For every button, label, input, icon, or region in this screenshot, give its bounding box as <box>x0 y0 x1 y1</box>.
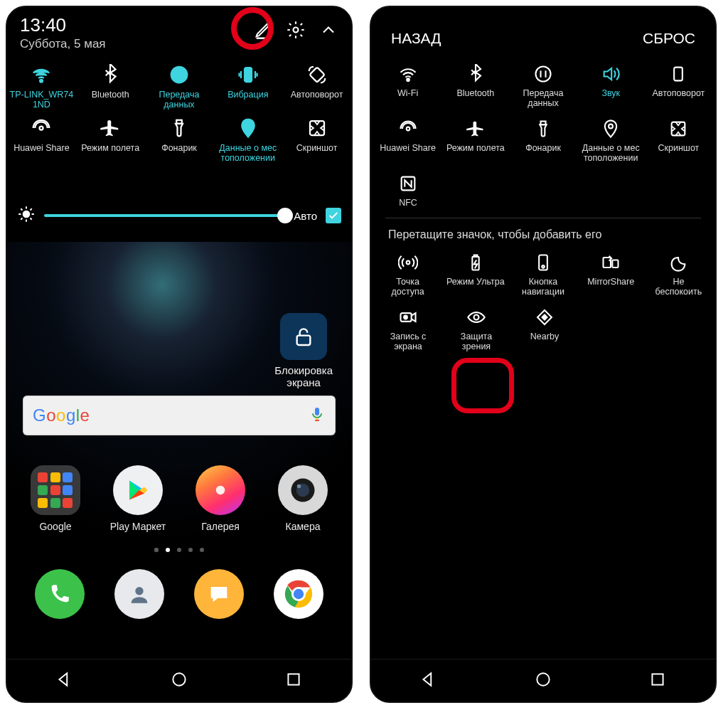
qs-tile-torch[interactable]: Фонарик <box>509 115 577 164</box>
brightness-slider[interactable] <box>44 214 285 217</box>
page-indicator <box>7 548 351 552</box>
qs-tile-label: Huawei Share <box>374 143 441 153</box>
qs-tile-label: Автоповорот <box>284 90 350 100</box>
lock-screen-widget[interactable]: Блокировка экрана <box>274 313 333 388</box>
svg-point-31 <box>135 587 143 595</box>
lock-label: Блокировка экрана <box>274 364 333 388</box>
qs-tile-record[interactable]: Запись с экрана <box>374 303 442 352</box>
dock-messages[interactable] <box>194 569 244 619</box>
nav-home[interactable] <box>170 670 188 692</box>
torch-icon <box>509 115 577 143</box>
nav-bar <box>371 659 715 701</box>
collapse-icon[interactable] <box>318 20 338 43</box>
qs-tile-label: Передача данных <box>509 88 577 109</box>
app-play-market[interactable]: Play Маркет <box>102 465 173 532</box>
qs-tile-data[interactable]: Передача данных <box>146 61 212 110</box>
dock <box>7 569 351 619</box>
qs-tile-location[interactable]: Данные о мес тоположении <box>577 115 645 164</box>
reset-button[interactable]: СБРОС <box>643 30 695 47</box>
qs-tile-label: Данные о мес тоположении <box>577 143 645 164</box>
qs-tile-hshare[interactable]: Huawei Share <box>374 115 441 164</box>
nav-recent[interactable] <box>284 670 303 692</box>
qs-tile-label: Huawei Share <box>9 143 74 153</box>
screenshot-icon <box>645 115 712 143</box>
hshare-icon <box>374 115 441 143</box>
qs-tile-nearby[interactable]: Nearby <box>510 303 579 352</box>
qs-tile-vibrate[interactable]: Вибрация <box>215 61 281 110</box>
wifi-icon <box>374 60 441 88</box>
sound-icon <box>577 60 645 88</box>
settings-icon[interactable] <box>286 20 306 43</box>
mic-icon[interactable] <box>309 406 326 425</box>
navbtn-icon <box>509 248 577 277</box>
qs-tile-bluetooth[interactable]: Bluetooth <box>77 61 143 110</box>
auto-checkbox[interactable] <box>326 208 341 223</box>
rotate-icon <box>284 61 350 88</box>
app-gallery[interactable]: Галерея <box>185 465 256 532</box>
qs-tile-label: Bluetooth <box>77 90 143 100</box>
hshare-icon <box>9 115 74 142</box>
qs-tile-label: Автоповорот <box>645 88 712 98</box>
qs-tile-hshare[interactable]: Huawei Share <box>9 115 74 164</box>
active-tiles-grid: Wi-FiBluetoothПередача данныхЗвукАвтопов… <box>371 60 715 208</box>
qs-tile-label: Передача данных <box>146 90 212 110</box>
app-google-folder[interactable]: Google <box>20 465 91 532</box>
nfc-icon <box>374 169 442 198</box>
dock-phone[interactable] <box>35 569 85 619</box>
qs-tile-navbtn[interactable]: Кнопка навигации <box>509 248 577 297</box>
lock-icon <box>280 313 327 360</box>
google-search-bar[interactable]: Google <box>23 396 336 435</box>
status-header: 13:40 Суббота, 5 мая <box>7 7 351 55</box>
qs-tile-bluetooth[interactable]: Bluetooth <box>441 60 509 109</box>
qs-tile-dnd[interactable]: Не беспокоить <box>645 248 712 297</box>
qs-tile-label: Звук <box>577 88 645 98</box>
qs-tile-nfc[interactable]: NFC <box>374 169 442 208</box>
nav-recent[interactable] <box>648 670 667 692</box>
battery-icon <box>441 248 509 277</box>
qs-tile-screenshot[interactable]: Скриншот <box>284 115 350 164</box>
available-tiles-grid: Точка доступаРежим УльтраКнопка навигаци… <box>371 248 715 352</box>
qs-tile-screenshot[interactable]: Скриншот <box>645 115 712 164</box>
back-button[interactable]: НАЗАД <box>391 30 441 47</box>
rotate2-icon <box>645 60 712 88</box>
qs-tile-plane[interactable]: Режим полета <box>77 115 143 164</box>
qs-tile-data[interactable]: Передача данных <box>509 60 577 109</box>
auto-label: Авто <box>294 210 317 222</box>
qs-tile-label: Фонарик <box>146 143 212 153</box>
app-camera[interactable]: Камера <box>267 465 338 532</box>
qs-tile-label: Точка доступа <box>374 277 441 297</box>
date: Суббота, 5 мая <box>20 37 106 51</box>
qs-tile-plane[interactable]: Режим полета <box>441 115 509 164</box>
qs-tile-rotate[interactable]: Автоповорот <box>284 61 350 110</box>
dock-contacts[interactable] <box>114 569 164 619</box>
qs-tile-label: MirrorShare <box>577 277 645 287</box>
brightness-thumb[interactable] <box>277 208 293 223</box>
brightness-row: Авто <box>7 205 351 238</box>
qs-tile-label: Защита зрения <box>442 332 510 352</box>
qs-tile-rotate2[interactable]: Автоповорот <box>645 60 712 109</box>
nav-back[interactable] <box>419 670 438 692</box>
qs-tile-label: Режим полета <box>441 143 509 153</box>
hotspot-icon <box>374 248 441 277</box>
qs-tile-label: Скриншот <box>284 143 350 153</box>
qs-tile-wifi[interactable]: Wi-Fi <box>374 60 441 109</box>
qs-tile-label: Wi-Fi <box>374 88 441 98</box>
qs-tile-location[interactable]: Данные о мес тоположении <box>215 115 281 164</box>
qs-tile-label: Bluetooth <box>441 88 509 98</box>
qs-tile-torch[interactable]: Фонарик <box>146 115 212 164</box>
divider <box>385 218 701 218</box>
qs-tile-mirror[interactable]: MirrorShare <box>577 248 645 297</box>
qs-tile-wifi[interactable]: TP-LINK_WR74 1ND <box>9 61 74 110</box>
qs-tile-eye[interactable]: Защита зрения <box>442 303 510 352</box>
nav-back[interactable] <box>55 670 74 692</box>
qs-tile-label: Фонарик <box>509 143 577 153</box>
qs-tile-battery[interactable]: Режим Ультра <box>441 248 509 297</box>
qs-tile-label: Кнопка навигации <box>509 277 577 297</box>
bluetooth-icon <box>77 61 143 88</box>
qs-tile-hotspot[interactable]: Точка доступа <box>374 248 441 297</box>
vibrate-icon <box>215 61 281 88</box>
qs-tile-sound[interactable]: Звук <box>577 60 645 109</box>
dock-chrome[interactable] <box>274 569 323 619</box>
nav-home[interactable] <box>534 670 552 692</box>
qs-tile-label: Режим полета <box>77 143 143 153</box>
